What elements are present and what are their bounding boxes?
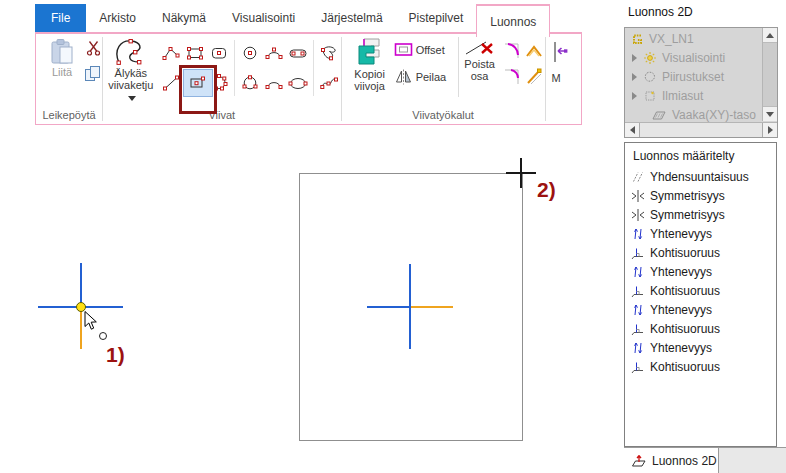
spline-icon <box>319 74 339 92</box>
spline-tool-button[interactable] <box>317 68 341 98</box>
scroll-down-button[interactable] <box>763 106 777 121</box>
fillet-icon <box>503 42 521 60</box>
constraint-item[interactable]: Yhdensuuntaisuus <box>625 167 776 186</box>
group-label-line-tools: Viivatyökalut <box>342 108 545 124</box>
symmetry-icon <box>631 189 645 203</box>
sketch1-vertical-line-bottom[interactable] <box>80 311 82 349</box>
polyline-tool-button[interactable] <box>159 38 183 68</box>
tree-item-vx-ln1[interactable]: VX_LN1 <box>625 29 762 48</box>
slot-tool-button[interactable] <box>286 38 310 68</box>
constraint-item[interactable]: Symmetrisyys <box>625 205 776 224</box>
measure-label-clipped: M <box>551 72 560 84</box>
feature-tree: VX_LN1 Visualisointi Piirustukset <box>624 27 778 138</box>
scroll-up-button[interactable] <box>763 28 777 43</box>
chevron-right-icon[interactable] <box>632 92 637 100</box>
sketch1-vertical-line-top[interactable] <box>80 263 82 307</box>
rectangle-icon <box>185 44 205 62</box>
offset-button[interactable]: Offset <box>394 42 458 57</box>
tab-nakyma[interactable]: Näkymä <box>149 4 219 32</box>
copy-button[interactable] <box>84 65 102 82</box>
tab-file[interactable]: File <box>35 4 86 32</box>
chamfer-line-tool-button[interactable] <box>523 64 545 90</box>
snap-indicator-circle <box>99 332 107 340</box>
mouse-cursor-arrow <box>84 311 98 331</box>
tree-vertical-scrollbar[interactable] <box>762 28 777 121</box>
mirror-label: Peilaa <box>416 71 447 83</box>
copy-lines-button[interactable]: Kopioi viivoja <box>346 36 394 92</box>
chevron-right-icon[interactable] <box>632 73 637 81</box>
group-label-lines: Viivat <box>103 108 341 124</box>
scroll-left-button[interactable] <box>625 123 639 137</box>
circle-center-icon <box>240 44 260 62</box>
rectangle-center-tool-button-selected[interactable] <box>183 68 207 98</box>
constraint-item[interactable]: Kohtisuoruus <box>625 319 776 338</box>
smart-line-chain-button[interactable]: Älykäs viivaketju <box>103 37 159 103</box>
perpendicular-icon <box>631 284 645 298</box>
constraint-item[interactable]: Symmetrisyys <box>625 186 776 205</box>
line-icon <box>161 74 181 92</box>
constraint-item[interactable]: Yhtenevyys <box>625 224 776 243</box>
offset-label: Offset <box>416 44 445 56</box>
chevron-right-icon[interactable] <box>632 54 637 62</box>
closed-curve-tool-button[interactable] <box>317 38 341 68</box>
remove-part-button[interactable]: Poista osa <box>459 38 501 82</box>
rounded-rectangle-tool-button[interactable] <box>207 38 231 68</box>
sketch2-horizontal-line-left[interactable] <box>367 306 410 308</box>
tab-arkisto[interactable]: Arkisto <box>86 4 149 32</box>
ellipse-tool-button[interactable] <box>286 68 310 98</box>
group-label-clipboard: Leikepöytä <box>36 108 102 124</box>
cut-button[interactable] <box>86 40 101 56</box>
selected-tool-highlight <box>179 65 217 114</box>
constraint-item[interactable]: Yhtenevyys <box>625 262 776 281</box>
ellipse-icon <box>287 74 309 92</box>
tree-horizontal-scrollbar[interactable] <box>625 122 777 137</box>
tab-luonnos-2d-bottom[interactable]: Luonnos 2D <box>624 448 719 473</box>
circle-center-tool-button[interactable] <box>238 38 262 68</box>
corner-tools-grid <box>501 38 545 90</box>
rounded-rectangle-icon <box>209 44 229 62</box>
chamfer-tool-button[interactable] <box>523 38 545 64</box>
slot-icon <box>287 44 309 62</box>
group-clipboard: Liitä <box>36 34 102 124</box>
circle-points-tool-button[interactable] <box>238 68 262 98</box>
fillet-tool-button[interactable] <box>501 38 523 64</box>
tree-item-ilmiasut[interactable]: Ilmiasut <box>625 86 762 105</box>
mirror-icon <box>394 69 413 85</box>
constraint-list-header: Luonnos määritelty <box>633 149 776 163</box>
scrollbar-thumb[interactable] <box>639 123 763 137</box>
tab-pistepilvet[interactable]: Pistepilvet <box>396 4 477 32</box>
annotation-2: 2) <box>537 178 556 202</box>
constraint-item[interactable]: Yhtenevyys <box>625 338 776 357</box>
coincident-icon <box>631 341 645 355</box>
panel-title: Luonnos 2D <box>628 5 693 19</box>
measure-button[interactable]: M <box>551 40 581 84</box>
tree-item-piirustukset[interactable]: Piirustukset <box>625 67 762 86</box>
sketch2-horizontal-line-right[interactable] <box>411 306 453 308</box>
scroll-right-button[interactable] <box>763 123 777 137</box>
rectangle-tool-button[interactable] <box>183 38 207 68</box>
constraint-item[interactable]: Kohtisuoruus <box>625 281 776 300</box>
arc-tool-button[interactable] <box>262 68 286 98</box>
constraint-item[interactable]: Kohtisuoruus <box>625 357 776 376</box>
constraint-item[interactable]: Yhtenevyys <box>625 300 776 319</box>
copy-icon <box>84 65 102 82</box>
tab-visualisointi[interactable]: Visualisointi <box>219 4 308 32</box>
constraint-item[interactable]: Kohtisuoruus <box>625 243 776 262</box>
offset-icon <box>394 42 413 57</box>
chamfer-icon <box>525 43 543 59</box>
drawings-icon <box>643 70 657 84</box>
arrow-up-icon <box>766 33 774 38</box>
scissors-icon <box>86 40 101 56</box>
mirror-button[interactable]: Peilaa <box>394 69 458 85</box>
arc-icon <box>264 74 284 92</box>
ribbon-tab-bar: File Arkisto Näkymä Visualisointi Järjes… <box>35 4 550 32</box>
smart-chain-label: Älykäs viivaketju <box>103 67 159 103</box>
fillet-trim-tool-button[interactable] <box>501 64 523 90</box>
perpendicular-icon <box>631 246 645 260</box>
closed-curve-icon <box>319 44 339 62</box>
tab-jarjestelma[interactable]: Järjestelmä <box>308 4 395 32</box>
tree-item-visualisointi[interactable]: Visualisointi <box>625 48 762 67</box>
arc-3pt-tool-button[interactable] <box>262 38 286 68</box>
tab-luonnos[interactable]: Luonnos <box>476 4 550 37</box>
paste-button[interactable]: Liitä <box>44 38 80 78</box>
